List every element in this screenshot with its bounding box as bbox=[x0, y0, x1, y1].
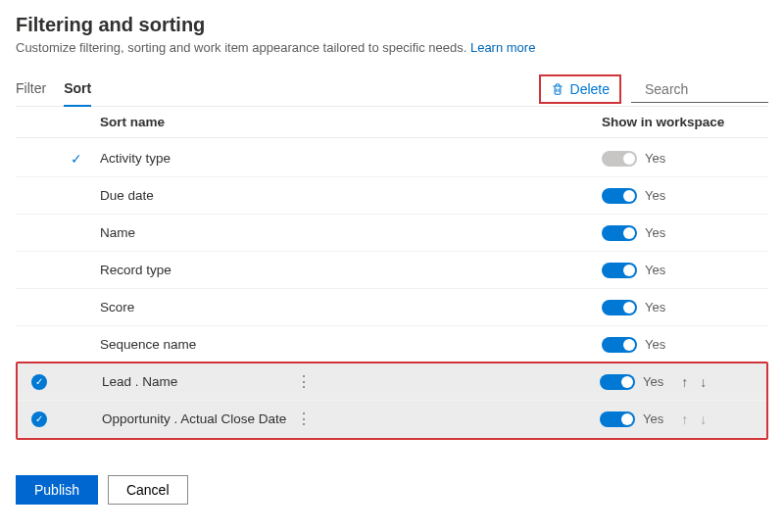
show-toggle[interactable] bbox=[602, 300, 637, 315]
show-toggle bbox=[602, 151, 637, 167]
row-more-icon[interactable]: ⋮ bbox=[282, 372, 325, 391]
table-row[interactable]: ✓Activity typeYes bbox=[16, 140, 768, 177]
move-up-icon[interactable]: ↑ bbox=[681, 374, 688, 390]
show-toggle[interactable] bbox=[600, 374, 635, 390]
show-toggle[interactable] bbox=[600, 411, 635, 427]
column-headers: Sort name Show in workspace bbox=[16, 107, 768, 138]
delete-label: Delete bbox=[570, 81, 610, 97]
show-toggle-label: Yes bbox=[643, 374, 663, 389]
page-title: Filtering and sorting bbox=[16, 14, 768, 36]
table-row[interactable]: NameYes bbox=[16, 215, 768, 252]
show-toggle[interactable] bbox=[602, 263, 637, 278]
move-down-icon[interactable]: ↓ bbox=[700, 374, 707, 390]
page-subtitle: Customize filtering, sorting and work it… bbox=[16, 40, 768, 55]
publish-button[interactable]: Publish bbox=[16, 475, 98, 505]
row-name: Name bbox=[100, 225, 135, 240]
show-toggle[interactable] bbox=[602, 337, 637, 353]
row-name: Opportunity . Actual Close Date bbox=[102, 411, 286, 426]
show-toggle[interactable] bbox=[602, 188, 637, 204]
row-name: Lead . Name bbox=[102, 374, 177, 389]
show-toggle-label: Yes bbox=[645, 151, 665, 166]
delete-highlight: Delete bbox=[539, 74, 621, 104]
show-toggle[interactable] bbox=[602, 225, 637, 241]
row-name: Record type bbox=[100, 263, 172, 277]
row-name: Sequence name bbox=[100, 337, 196, 352]
learn-more-link[interactable]: Learn more bbox=[470, 40, 535, 55]
col-sort-name: Sort name bbox=[94, 115, 602, 129]
page-subtitle-text: Customize filtering, sorting and work it… bbox=[16, 40, 466, 55]
row-name: Score bbox=[100, 300, 134, 314]
search-input[interactable] bbox=[643, 80, 784, 98]
row-checkbox-checked[interactable] bbox=[31, 411, 47, 427]
row-more-icon[interactable]: ⋮ bbox=[282, 410, 325, 428]
trash-icon bbox=[551, 82, 564, 96]
sort-rows: ✓Activity typeYesDue dateYesNameYesRecor… bbox=[16, 140, 768, 440]
show-toggle-label: Yes bbox=[645, 188, 665, 203]
footer-buttons: Publish Cancel bbox=[16, 475, 768, 505]
tab-filter[interactable]: Filter bbox=[16, 73, 46, 106]
row-name: Due date bbox=[100, 188, 154, 203]
tab-sort[interactable]: Sort bbox=[64, 73, 91, 106]
show-toggle-label: Yes bbox=[645, 263, 665, 277]
show-toggle-label: Yes bbox=[645, 337, 665, 352]
search-box[interactable] bbox=[631, 76, 768, 103]
tabs-toolbar: Filter Sort Delete bbox=[16, 73, 768, 107]
table-row[interactable]: Record typeYes bbox=[16, 252, 768, 289]
default-check-icon: ✓ bbox=[71, 151, 82, 167]
table-row[interactable]: Opportunity . Actual Close Date⋮Yes↑↓ bbox=[18, 401, 766, 438]
row-name: Activity type bbox=[100, 151, 171, 166]
show-toggle-label: Yes bbox=[645, 300, 665, 314]
table-row[interactable]: ScoreYes bbox=[16, 289, 768, 326]
show-toggle-label: Yes bbox=[645, 225, 665, 240]
show-toggle-label: Yes bbox=[643, 411, 663, 426]
table-row[interactable]: Due dateYes bbox=[16, 177, 768, 215]
table-row[interactable]: Lead . Name⋮Yes↑↓ bbox=[18, 363, 766, 401]
row-checkbox-checked[interactable] bbox=[31, 374, 47, 390]
col-show-workspace: Show in workspace bbox=[602, 115, 768, 129]
move-up-icon[interactable]: ↑ bbox=[681, 411, 688, 427]
cancel-button[interactable]: Cancel bbox=[108, 475, 188, 505]
delete-button[interactable]: Delete bbox=[541, 76, 619, 102]
tabs: Filter Sort bbox=[16, 73, 91, 106]
move-down-icon[interactable]: ↓ bbox=[700, 411, 707, 427]
selection-highlight: Lead . Name⋮Yes↑↓Opportunity . Actual Cl… bbox=[16, 362, 768, 440]
table-row[interactable]: Sequence nameYes bbox=[16, 326, 768, 363]
